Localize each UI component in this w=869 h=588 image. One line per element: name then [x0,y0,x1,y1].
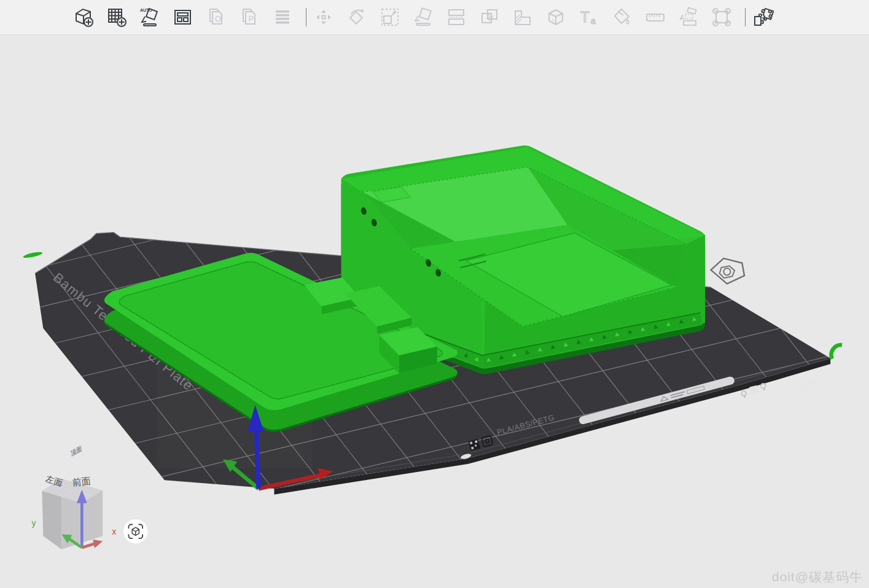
axis-label-x: x [112,527,116,536]
nav-cube-top-label: 顶面 [70,444,82,458]
plate-corner-marking [798,379,819,390]
measure-tool-button[interactable] [644,5,666,29]
boolean-union-icon [512,6,534,28]
green-fragment-right [832,345,842,359]
auto-orient-button[interactable]: AUTO [139,5,161,29]
nav-cube-front-label: 前面 [72,475,92,487]
auto-orient-icon: AUTO [139,6,161,28]
rotate-button[interactable] [346,5,368,29]
boolean-union-button[interactable] [512,5,534,29]
green-fragment-left [23,251,43,259]
svg-text:O: O [215,14,221,23]
paste-button[interactable]: P [238,5,260,29]
arrange-icon [172,6,194,28]
scene-canvas: Bambu Textured PEI Plate PLA/ABS/PETG [0,35,869,588]
assemble-icon [752,6,774,28]
paint-tool-icon [611,6,633,28]
lay-on-face-icon [412,6,434,28]
add-plate-button[interactable] [106,5,128,29]
mesh-cut-icon [545,6,567,28]
text-tool-button[interactable]: T a [578,5,600,29]
paste-icon: P [238,6,260,28]
svg-text:P: P [249,14,254,23]
nav-cube[interactable]: 顶面 左面 前面 z y x [32,444,117,549]
arrange-button[interactable] [172,5,194,29]
scale-button[interactable] [379,5,401,29]
seam-tool-icon [711,6,733,28]
top-toolbar: AUTO O P [0,0,869,35]
copy-button[interactable]: O [205,5,227,29]
lay-on-face-button[interactable] [412,5,434,29]
move-button[interactable] [313,5,335,29]
paint-tool-button[interactable] [611,5,633,29]
text-tool-icon: T a [578,6,600,28]
seam-tool-button[interactable] [711,5,733,29]
add-object-icon [72,6,95,28]
slicer-app: { "toolbar": { "items": [ {"name":"add-o… [0,0,869,588]
rotate-icon [346,6,368,28]
axis-label-y: y [32,518,37,528]
split-to-objects-button[interactable] [445,5,467,29]
toolbar-separator [306,8,306,26]
svg-text:T: T [580,9,590,25]
add-plate-icon [106,6,128,28]
add-object-button[interactable] [72,5,95,29]
split-to-parts-button[interactable] [478,5,501,29]
split-parts-icon [478,6,501,28]
axis-label-z: z [59,479,63,487]
move-icon [313,6,335,28]
layers-button[interactable] [271,5,294,29]
nav-axis-x [82,544,95,548]
nav-axis-x-head [93,540,103,548]
viewport-3d[interactable]: Bambu Textured PEI Plate PLA/ABS/PETG [0,35,869,588]
watermark: doit@碳基码牛 [772,568,863,586]
toolbar-separator [745,8,746,26]
svg-text:a: a [591,16,596,26]
mesh-cut-button[interactable] [545,5,567,29]
copy-icon: O [205,6,227,28]
scale-icon [379,6,401,28]
fit-view-button[interactable] [123,519,148,544]
support-paint-icon [677,6,699,28]
split-objects-icon [445,6,467,28]
axis-z-shaft [256,428,259,489]
plate-nut-marker-icon [711,258,745,284]
assemble-button[interactable] [752,5,774,29]
measure-icon [644,6,666,28]
layers-icon [271,6,294,28]
support-paint-button[interactable] [677,5,699,29]
